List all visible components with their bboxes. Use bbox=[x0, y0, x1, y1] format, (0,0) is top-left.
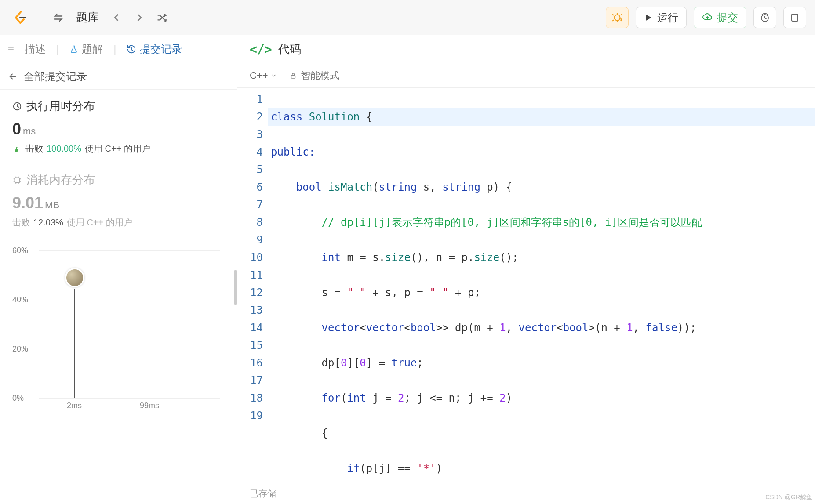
back-arrow-icon bbox=[8, 72, 18, 81]
code-toolbar: C++ 智能模式 bbox=[237, 63, 815, 88]
next-problem-icon[interactable] bbox=[131, 9, 148, 26]
clap-icon bbox=[12, 144, 22, 154]
submit-label: 提交 bbox=[717, 11, 738, 25]
y-tick: 40% bbox=[12, 295, 28, 305]
svg-rect-5 bbox=[291, 75, 295, 78]
line-gutter: 12345678910111213141516171819 bbox=[237, 91, 268, 483]
saved-label: 已存储 bbox=[250, 488, 276, 500]
tab-separator: | bbox=[113, 43, 116, 55]
list-icon[interactable] bbox=[50, 9, 67, 26]
clock-icon bbox=[12, 102, 22, 111]
code-bracket-icon: </> bbox=[250, 42, 272, 57]
code-header-label: 代码 bbox=[278, 42, 301, 57]
x-tick: 99ms bbox=[140, 401, 159, 410]
tab-submit-records[interactable]: 提交记录 bbox=[127, 42, 182, 56]
code-panel: </> 代码 C++ 智能模式 123456789101112131415161… bbox=[237, 35, 815, 504]
memory-chart: 60% 40% 20% 0% 2ms 99ms bbox=[0, 246, 237, 400]
runtime-value: 0ms bbox=[12, 120, 225, 138]
shuffle-icon[interactable] bbox=[153, 9, 171, 26]
tab-description[interactable]: 描述 bbox=[25, 42, 46, 56]
back-to-all-submissions[interactable]: 全部提交记录 bbox=[0, 63, 237, 90]
problem-nav: 题库 bbox=[50, 9, 171, 26]
panel-tabs: ≡ 描述 | 题解 | 提交记录 bbox=[0, 35, 237, 63]
editor-status-bar: 已存储 bbox=[237, 483, 815, 504]
main-area: ≡ 描述 | 题解 | 提交记录 全部提交记录 执行用时分布 0ms bbox=[0, 35, 815, 504]
run-label: 运行 bbox=[657, 11, 678, 25]
language-selector[interactable]: C++ bbox=[250, 70, 277, 81]
chip-icon bbox=[12, 175, 22, 185]
chart-area: 60% 40% 20% 0% 2ms 99ms bbox=[12, 250, 225, 400]
runtime-section: 执行用时分布 0ms 击败 100.00% 使用 C++ 的用户 bbox=[0, 90, 237, 163]
memory-beat: 击败 12.03% 使用 C++ 的用户 bbox=[12, 217, 225, 228]
top-toolbar: 题库 运行 提交 bbox=[0, 0, 815, 35]
topbar-actions: 运行 提交 bbox=[606, 7, 806, 28]
history-icon bbox=[127, 44, 136, 54]
code-body[interactable]: class Solution { public: bool isMatch(st… bbox=[268, 91, 815, 483]
back-label: 全部提交记录 bbox=[24, 69, 87, 83]
run-button[interactable]: 运行 bbox=[636, 7, 687, 28]
x-tick: 2ms bbox=[67, 401, 82, 410]
y-tick: 0% bbox=[12, 394, 24, 403]
runtime-beat: 击败 100.00% 使用 C++ 的用户 bbox=[12, 143, 225, 155]
tab-solutions[interactable]: 题解 bbox=[69, 42, 103, 56]
notes-button[interactable] bbox=[783, 7, 806, 28]
problem-library-label[interactable]: 题库 bbox=[76, 10, 99, 25]
svg-point-0 bbox=[615, 15, 620, 20]
y-tick: 60% bbox=[12, 246, 28, 255]
memory-title: 消耗内存分布 bbox=[12, 172, 225, 188]
watermark: CSDN @GR鲸鱼 bbox=[765, 493, 812, 501]
scrollbar[interactable] bbox=[234, 270, 237, 305]
lock-icon bbox=[289, 72, 297, 80]
memory-value: 9.01MB bbox=[12, 194, 225, 212]
chevron-down-icon bbox=[271, 73, 277, 79]
memory-section: 消耗内存分布 9.01MB 击败 12.03% 使用 C++ 的用户 bbox=[0, 163, 237, 237]
leetcode-logo[interactable] bbox=[12, 10, 28, 25]
left-panel: ≡ 描述 | 题解 | 提交记录 全部提交记录 执行用时分布 0ms bbox=[0, 35, 237, 504]
y-tick: 20% bbox=[12, 344, 28, 354]
user-avatar-marker[interactable] bbox=[65, 268, 84, 287]
runtime-title: 执行用时分布 bbox=[12, 98, 225, 114]
tab-separator: | bbox=[56, 43, 59, 55]
prev-problem-icon[interactable] bbox=[108, 9, 125, 26]
code-header: </> 代码 bbox=[237, 35, 815, 63]
chart-bar bbox=[74, 289, 75, 398]
debug-button[interactable] bbox=[606, 7, 629, 28]
editor-mode[interactable]: 智能模式 bbox=[289, 69, 339, 82]
list-toggle-icon[interactable]: ≡ bbox=[8, 43, 14, 55]
timer-button[interactable] bbox=[753, 7, 776, 28]
divider bbox=[39, 10, 39, 25]
code-editor[interactable]: 12345678910111213141516171819 class Solu… bbox=[237, 88, 815, 483]
svg-rect-4 bbox=[15, 178, 20, 182]
submit-button[interactable]: 提交 bbox=[694, 7, 746, 28]
flask-icon bbox=[69, 44, 78, 54]
svg-rect-2 bbox=[792, 14, 798, 21]
